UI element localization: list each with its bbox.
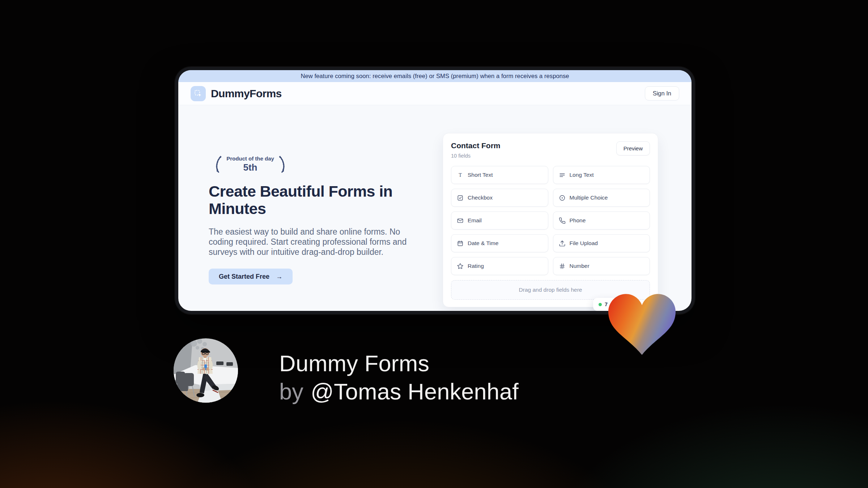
field-type-multiple-choice[interactable]: Multiple Choice [553, 189, 650, 207]
phone-icon [559, 217, 566, 224]
star-icon [457, 263, 464, 270]
award-title: Product of the day [226, 155, 274, 162]
get-started-button[interactable]: Get Started Free → [209, 269, 293, 284]
form-builder-card: Contact Form 10 fields Preview T Short T… [443, 133, 658, 307]
promo-caption: Dummy Forms by@Tomas Henkenhaf [279, 349, 519, 406]
field-type-rating[interactable]: Rating [451, 257, 548, 275]
calendar-icon [457, 240, 464, 247]
caption-line1: Dummy Forms [279, 349, 519, 377]
field-type-email[interactable]: Email [451, 211, 548, 230]
short-text-icon: T [457, 172, 464, 179]
field-type-checkbox[interactable]: Checkbox [451, 189, 548, 207]
award-rank: 5th [226, 162, 274, 173]
form-builder-header: Contact Form 10 fields Preview [451, 141, 650, 159]
arrow-right-icon: → [276, 273, 282, 281]
checkbox-icon [457, 194, 464, 201]
field-type-file-upload[interactable]: File Upload [553, 234, 650, 252]
form-title: Contact Form [451, 141, 501, 150]
field-type-phone[interactable]: Phone [553, 211, 650, 230]
preview-button[interactable]: Preview [616, 141, 650, 155]
svg-text:T: T [459, 172, 462, 178]
announcement-banner: New feature coming soon: receive emails … [178, 70, 692, 82]
caption-line2: by@Tomas Henkenhaf [279, 377, 519, 406]
logo-tile [191, 86, 206, 101]
brand-logo[interactable]: DummyForms [191, 86, 282, 101]
browser-window: New feature coming soon: receive emails … [175, 67, 695, 314]
sign-in-button[interactable]: Sign In [645, 86, 679, 100]
long-text-icon [559, 172, 566, 179]
status-badge-text: 7 [605, 301, 608, 307]
laurel-left-icon [212, 154, 223, 175]
field-count: 10 fields [451, 153, 501, 159]
laurel-right-icon [278, 154, 289, 175]
upload-icon [559, 240, 566, 247]
green-status-dot-icon [599, 303, 602, 306]
app-screen: New feature coming soon: receive emails … [178, 70, 692, 311]
brand-name: DummyForms [211, 87, 282, 100]
radio-icon [559, 194, 566, 201]
field-type-long-text[interactable]: Long Text [553, 166, 650, 184]
hero-section: Product of the day 5th Cre [209, 154, 417, 284]
site-header: DummyForms Sign In [178, 82, 692, 105]
cursor-select-icon [194, 89, 203, 98]
caption-author: @Tomas Henkenhaf [311, 379, 519, 404]
hero-description: The easiest way to build and share onlin… [209, 227, 417, 257]
author-avatar [174, 338, 238, 403]
field-type-short-text[interactable]: T Short Text [451, 166, 548, 184]
hero-heading: Create Beautiful Forms in Minutes [209, 183, 417, 217]
field-type-number[interactable]: Number [553, 257, 650, 275]
product-of-the-day-badge: Product of the day 5th [209, 154, 292, 175]
field-type-date-time[interactable]: Date & Time [451, 234, 548, 252]
announcement-text: New feature coming soon: receive emails … [301, 73, 569, 80]
hash-icon [559, 263, 566, 270]
caption-by: by [279, 379, 303, 404]
field-type-grid: T Short Text Long Text Checkbox [451, 166, 650, 275]
envelope-icon [457, 217, 464, 224]
gradient-heart-icon [608, 294, 676, 355]
cta-label: Get Started Free [219, 273, 269, 281]
